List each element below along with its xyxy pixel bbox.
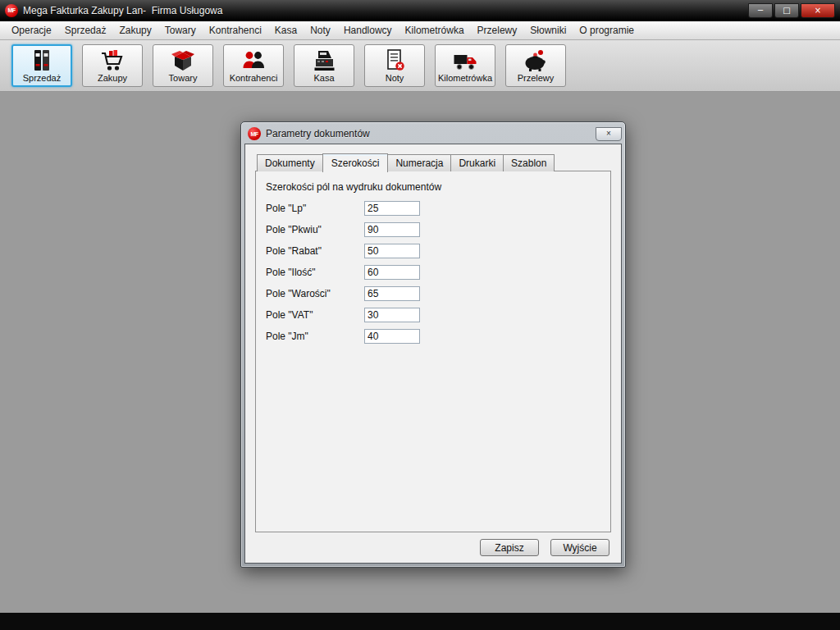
maximize-button[interactable]: □ <box>774 3 799 18</box>
toolbar-label: Kilometrówka <box>438 74 492 83</box>
toolbar-label: Kontrahenci <box>230 74 278 83</box>
main-toolbar: Sprzedaż Zakupy Towary Kontrahenci Kasa … <box>0 40 840 92</box>
dialog-title: Parametry dokumentów <box>266 128 370 139</box>
field-warosci-input[interactable] <box>364 286 420 301</box>
field-row-ilosc: Pole "Ilość" <box>266 265 602 280</box>
menu-item-noty[interactable]: Noty <box>304 22 337 39</box>
toolbar-button-kilometrowka[interactable]: Kilometrówka <box>435 44 495 87</box>
tab-drukarki[interactable]: Drukarki <box>450 154 504 171</box>
dialog-button-row: Zapisz Wyjście <box>255 532 611 556</box>
toolbar-button-kasa[interactable]: Kasa <box>294 44 354 87</box>
toolbar-button-noty[interactable]: Noty <box>364 44 425 87</box>
menu-item-kasa[interactable]: Kasa <box>268 22 304 39</box>
toolbar-button-sprzedaz[interactable]: Sprzedaż <box>11 44 72 87</box>
menu-item-kontrahenci[interactable]: Kontrahenci <box>203 22 268 39</box>
truck-icon <box>452 48 478 73</box>
menu-item-o-programie[interactable]: O programie <box>573 22 641 39</box>
field-label: Pole "Jm" <box>266 331 364 342</box>
menu-item-operacje[interactable]: Operacje <box>5 22 58 39</box>
binder-icon <box>29 48 55 73</box>
field-label: Pole "Pkwiu" <box>266 224 364 235</box>
dialog-parametry-dokumentow: MF Parametry dokumentów × Dokumenty Szer… <box>240 121 626 568</box>
toolbar-button-przelewy[interactable]: Przelewy <box>505 44 566 87</box>
shopping-cart-icon <box>99 48 126 73</box>
field-ilosc-input[interactable] <box>364 265 420 280</box>
field-pkwiu-input[interactable] <box>364 222 420 237</box>
menu-item-przelewy[interactable]: Przelewy <box>471 22 524 39</box>
menu-bar: Operacje Sprzedaż Zakupy Towary Kontrahe… <box>0 21 840 40</box>
field-label: Pole "Lp" <box>266 203 364 214</box>
box-icon <box>170 48 196 73</box>
field-row-rabat: Pole "Rabat" <box>266 244 602 258</box>
dialog-tabs: Dokumenty Szerokości Numeracja Drukarki … <box>257 153 611 171</box>
toolbar-label: Towary <box>169 74 198 83</box>
dialog-close-button[interactable]: × <box>596 127 622 141</box>
dialog-content: Dokumenty Szerokości Numeracja Drukarki … <box>244 144 622 564</box>
people-icon <box>240 48 267 73</box>
tab-numeracja[interactable]: Numeracja <box>387 154 451 171</box>
dialog-app-icon: MF <box>248 127 261 140</box>
window-titlebar[interactable]: MF Mega Fakturka Zakupy Lan- Firma Usług… <box>0 0 840 21</box>
field-jm-input[interactable] <box>364 329 420 344</box>
field-row-warosci: Pole "Warości" <box>266 286 602 301</box>
field-row-lp: Pole "Lp" <box>266 201 602 216</box>
app-logo-icon: MF <box>5 4 18 17</box>
field-label: Pole "Ilość" <box>266 267 364 278</box>
menu-item-handlowcy[interactable]: Handlowcy <box>337 22 399 39</box>
dialog-titlebar[interactable]: MF Parametry dokumentów × <box>241 122 625 144</box>
window-controls: ─ □ × <box>748 3 835 18</box>
piggy-bank-icon <box>523 48 549 73</box>
minimize-button[interactable]: ─ <box>748 3 773 18</box>
toolbar-button-kontrahenci[interactable]: Kontrahenci <box>223 44 284 87</box>
field-label: Pole "VAT" <box>266 309 364 321</box>
tab-szerokosci[interactable]: Szerokości <box>322 153 389 172</box>
menu-item-slowniki[interactable]: Słowniki <box>523 22 573 39</box>
window-title: Mega Fakturka Zakupy Lan- Firma Usługowa <box>23 5 222 16</box>
cash-register-icon <box>311 48 337 73</box>
toolbar-label: Noty <box>386 74 404 83</box>
zapisz-button[interactable]: Zapisz <box>480 539 539 556</box>
field-label: Pole "Warości" <box>266 288 364 299</box>
field-rabat-input[interactable] <box>364 244 420 258</box>
field-label: Pole "Rabat" <box>266 245 364 257</box>
field-row-jm: Pole "Jm" <box>266 329 602 344</box>
field-lp-input[interactable] <box>364 201 420 216</box>
menu-item-towary[interactable]: Towary <box>158 22 203 39</box>
tab-szablon[interactable]: Szablon <box>503 154 555 171</box>
field-row-pkwiu: Pole "Pkwiu" <box>266 222 602 237</box>
toolbar-label: Kasa <box>313 74 334 83</box>
close-button[interactable]: × <box>801 3 835 18</box>
wyjscie-button[interactable]: Wyjście <box>550 539 609 556</box>
menu-item-kilometrowka[interactable]: Kilometrówka <box>399 22 471 39</box>
toolbar-label: Sprzedaż <box>23 74 61 83</box>
field-vat-input[interactable] <box>364 308 420 322</box>
menu-item-zakupy[interactable]: Zakupy <box>112 22 158 39</box>
field-row-vat: Pole "VAT" <box>266 308 602 322</box>
workspace: MF Parametry dokumentów × Dokumenty Szer… <box>0 93 840 613</box>
section-heading: Szerokości pól na wydruku dokumentów <box>266 181 602 193</box>
menu-item-sprzedaz[interactable]: Sprzedaż <box>58 22 113 39</box>
toolbar-button-towary[interactable]: Towary <box>153 44 213 87</box>
note-document-icon <box>381 48 408 73</box>
toolbar-button-zakupy[interactable]: Zakupy <box>82 44 143 87</box>
tab-panel-szerokosci: Szerokości pól na wydruku dokumentów Pol… <box>255 171 611 532</box>
tab-dokumenty[interactable]: Dokumenty <box>257 154 323 171</box>
bottom-bar <box>0 613 840 630</box>
toolbar-label: Zakupy <box>98 74 127 83</box>
toolbar-label: Przelewy <box>518 74 555 83</box>
